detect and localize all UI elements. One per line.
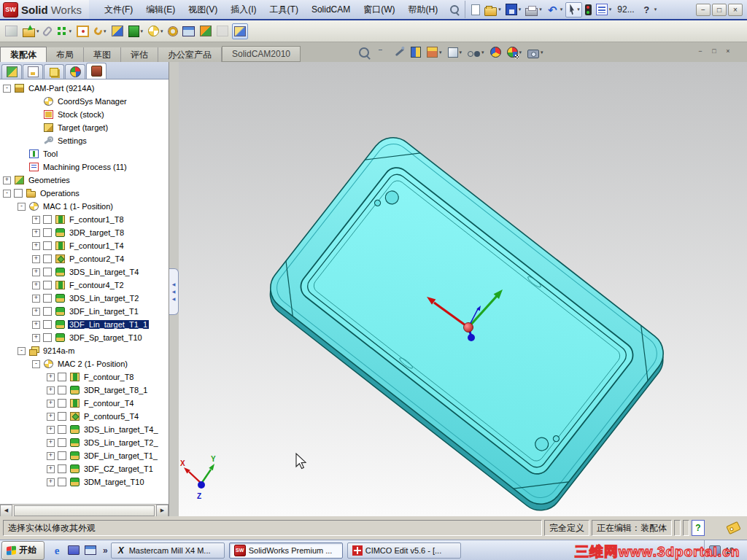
dropdown-caret-icon[interactable]: ▾ <box>36 28 39 34</box>
tree-expander[interactable]: + <box>47 413 55 421</box>
close-button[interactable]: × <box>728 4 743 16</box>
tree-row[interactable]: +F_contour_T8 <box>0 370 169 384</box>
tree-row[interactable]: +3DR_target_T8 <box>0 226 169 239</box>
show-desktop-icon[interactable] <box>67 544 80 557</box>
dropdown-caret-icon[interactable]: ▾ <box>609 7 612 12</box>
help-button[interactable]: ?▾ <box>639 3 659 17</box>
linear-component-pattern-button[interactable]: ▾ <box>54 24 74 38</box>
tree-row[interactable]: +P_contour2_T4 <box>0 252 169 265</box>
scroll-left-arrow-icon[interactable]: ◀ <box>0 505 12 517</box>
tree-checkbox[interactable] <box>43 268 52 276</box>
tree-checkbox[interactable] <box>43 254 52 263</box>
dropdown-caret-icon[interactable]: ▾ <box>104 28 107 34</box>
tree-row[interactable]: +3DM_target_T10 <box>0 475 169 489</box>
tree-expander[interactable]: + <box>32 308 40 316</box>
tree-expander[interactable]: + <box>32 255 40 263</box>
tree-row[interactable]: -9214a-m <box>0 344 169 357</box>
tree-row[interactable]: +Geometries <box>0 174 169 187</box>
dropdown-caret-icon[interactable]: ▾ <box>541 50 543 55</box>
dropdown-caret-icon[interactable]: ▾ <box>460 50 462 55</box>
tree-row[interactable]: +3DS_Lin_target_T2 <box>0 292 169 305</box>
tree-expander[interactable]: + <box>32 216 40 224</box>
feature-manager-tab[interactable] <box>1 64 22 79</box>
internet-explorer-icon[interactable]: e <box>50 544 63 557</box>
tree-row[interactable]: +3DF_Sp_target_T10 <box>0 331 169 344</box>
tree-row[interactable]: -CAM-Part (9214A) <box>0 82 169 95</box>
menu-item[interactable]: 视图(V) <box>182 1 224 18</box>
exploded-view-button[interactable] <box>181 24 196 39</box>
tree-expander[interactable]: + <box>47 478 55 486</box>
tree-row[interactable]: +3DR_target_T8_1 <box>0 384 169 397</box>
configuration-manager-tab[interactable] <box>44 64 64 79</box>
tree-expander[interactable]: + <box>47 400 55 408</box>
tree-row[interactable]: +3DS_Lin_target_T2_ <box>0 436 169 449</box>
panel-splitter[interactable]: ◀ ◀ ◀ <box>169 62 179 516</box>
quick-tips-help-button[interactable]: ? <box>692 520 705 536</box>
print-button[interactable]: ▾ <box>524 3 543 17</box>
hide-show-items-button[interactable]: ▾ <box>466 47 486 58</box>
tree-checkbox[interactable] <box>58 438 66 447</box>
zoom-area-button[interactable] <box>375 45 390 59</box>
tree-expander[interactable]: + <box>32 321 40 329</box>
dropdown-caret-icon[interactable]: ▾ <box>519 7 522 12</box>
minimize-button[interactable]: − <box>694 46 706 56</box>
interference-detection-button[interactable] <box>198 23 213 39</box>
tree-expander[interactable]: - <box>32 360 40 368</box>
open-part-button[interactable]: ▾ <box>21 24 41 38</box>
command-tab[interactable]: 办公室产品 <box>158 47 222 62</box>
taskbar-button[interactable]: CIMCO Edit v5.6 - [... <box>347 542 461 559</box>
tree-row[interactable]: +Settings <box>0 134 169 147</box>
tree-row[interactable]: +3DS_Lin_target_T4 <box>0 265 169 279</box>
dropdown-caret-icon[interactable]: ▾ <box>481 50 484 55</box>
view-orientation-button[interactable]: ▾ <box>425 44 444 60</box>
tree-expander[interactable]: - <box>18 203 26 211</box>
cam-tree[interactable]: -CAM-Part (9214A)+CoordSys Manager+Stock… <box>0 79 169 504</box>
tree-row[interactable]: +3DF_Lin_target_T1_1 <box>0 318 169 331</box>
new-motion-study-button[interactable] <box>167 25 179 38</box>
tree-expander[interactable]: + <box>47 439 55 447</box>
camera-button[interactable]: ▾ <box>526 46 545 59</box>
tree-expander[interactable]: - <box>18 347 26 355</box>
tree-checkbox[interactable] <box>43 333 52 342</box>
tree-expander[interactable]: + <box>32 268 40 276</box>
scroll-right-arrow-icon[interactable]: ▶ <box>156 505 169 517</box>
tree-row[interactable]: +Tool <box>0 147 169 160</box>
tree-row[interactable]: +P_contour5_T4 <box>0 410 169 423</box>
dropdown-caret-icon[interactable]: ▾ <box>577 7 580 12</box>
command-tab[interactable]: 布局 <box>47 47 84 62</box>
dropdown-caret-icon[interactable]: ▾ <box>69 28 72 34</box>
insert-component-button[interactable] <box>4 23 19 39</box>
menu-item[interactable]: 插入(I) <box>224 1 263 18</box>
menu-item[interactable]: 编辑(E) <box>139 1 182 18</box>
tree-expander[interactable]: + <box>47 373 55 381</box>
tree-expander[interactable]: + <box>32 295 40 303</box>
tree-row[interactable]: +F_contour4_T2 <box>0 279 169 292</box>
mate-button[interactable] <box>43 25 52 38</box>
property-manager-tab[interactable] <box>23 64 43 79</box>
menu-item[interactable]: 帮助(H) <box>402 1 445 18</box>
tree-row[interactable]: -MAC 1 (1- Position) <box>0 200 169 213</box>
tree-expander[interactable]: + <box>47 386 55 394</box>
start-button[interactable]: 开始 <box>1 541 44 560</box>
previous-view-button[interactable] <box>393 45 406 59</box>
toolbar-overflow-chevron[interactable]: » <box>103 545 108 556</box>
tree-checkbox[interactable] <box>43 294 52 303</box>
reference-geometry-button[interactable]: ▾ <box>147 23 165 39</box>
tree-checkbox[interactable] <box>58 478 66 486</box>
scrollbar-thumb[interactable] <box>14 505 155 516</box>
menu-item[interactable]: 窗口(W) <box>357 1 401 18</box>
section-view-button[interactable] <box>409 44 422 60</box>
tree-checkbox[interactable] <box>58 412 66 421</box>
options-button[interactable]: ▾ <box>595 2 614 17</box>
tree-row[interactable]: -MAC 2 (1- Position) <box>0 357 169 370</box>
tree-checkbox[interactable] <box>14 189 23 198</box>
close-button[interactable]: × <box>722 46 734 56</box>
tree-expander[interactable]: + <box>47 465 55 473</box>
tree-expander[interactable]: - <box>3 85 11 93</box>
new-document-button[interactable] <box>470 3 481 17</box>
panel-collapse-handle[interactable]: ◀ ◀ ◀ <box>169 268 179 315</box>
smart-fasteners-button[interactable] <box>75 23 90 39</box>
tree-expander[interactable]: + <box>47 426 55 434</box>
command-tab[interactable]: 装配体 <box>0 47 47 62</box>
tree-expander[interactable]: + <box>32 281 40 289</box>
